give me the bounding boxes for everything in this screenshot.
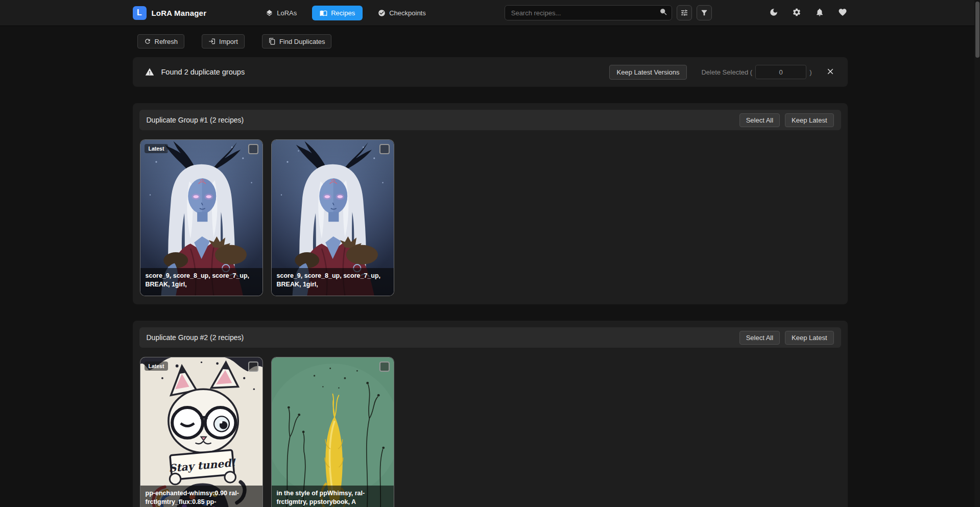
copy-icon [269,38,276,45]
group-header: Duplicate Group #1 (2 recipes) Select Al… [139,110,841,130]
refresh-label: Refresh [155,38,178,45]
search [505,5,672,20]
find-duplicates-button[interactable]: Find Duplicates [262,34,332,49]
latest-badge: Latest [145,361,169,371]
import-label: Import [219,38,238,45]
select-all-button[interactable]: Select All [739,113,780,127]
search-input[interactable] [505,5,672,20]
alert-message: Found 2 duplicate groups [161,68,245,76]
brand: L LoRA Manager [133,6,207,20]
warning-icon [145,67,154,77]
toolbar: Refresh Import Find Duplicates [133,34,848,49]
recipe-image-yellow-feather [272,357,394,507]
card-checkbox[interactable] [248,361,258,372]
card-checkbox[interactable] [379,144,390,154]
recipe-card[interactable]: in the style of ppWhimsy, ral-frctlgmtry… [271,357,394,507]
theme-toggle-button[interactable] [769,8,779,18]
bell-icon [815,8,824,17]
recipe-card[interactable]: Latest score_9, score_8_up, score_7_up, … [140,139,263,296]
recipe-caption: score_9, score_8_up, score_7_up, BREAK, … [140,268,262,296]
layers-icon [266,9,273,17]
navbar-actions [769,8,848,18]
card-checkbox[interactable] [248,144,258,154]
tab-recipes[interactable]: Recipes [312,6,363,20]
recipe-caption: score_9, score_8_up, score_7_up, BREAK, … [272,268,394,296]
search-icon [659,8,668,16]
group-actions: Select All Keep Latest [739,331,834,345]
import-icon [208,38,216,45]
keep-latest-label: Keep Latest [792,117,827,124]
book-icon [320,9,327,17]
page-scrollbar[interactable] [974,0,980,507]
recipe-image-whimsical-cat [140,357,262,507]
refresh-button[interactable]: Refresh [137,34,185,49]
scrollbar-thumb[interactable] [975,2,979,58]
search-button[interactable] [659,8,669,18]
app-title: LoRA Manager [152,9,207,17]
close-alert-button[interactable] [825,67,835,77]
tab-label: LoRAs [277,9,297,17]
top-navbar: L LoRA Manager LoRAs Recipes Checkpoints [0,0,980,26]
sort-options-button[interactable] [677,5,692,20]
recipe-caption: in the style of ppWhimsy, ral-frctlgmtry… [272,486,394,507]
duplicates-alert-banner: Found 2 duplicate groups Keep Latest Ver… [133,57,848,87]
support-button[interactable] [838,8,848,18]
delete-selected-prefix: Delete Selected ( [701,68,752,76]
select-all-label: Select All [746,117,773,124]
select-all-button[interactable]: Select All [739,331,780,345]
keep-latest-versions-button[interactable]: Keep Latest Versions [609,65,687,80]
keep-latest-button[interactable]: Keep Latest [785,331,833,345]
tab-checkpoints[interactable]: Checkpoints [376,6,428,20]
selected-count-input[interactable] [755,65,806,79]
keep-latest-label: Keep Latest [792,334,827,341]
delete-selected-suffix: ) [809,68,811,76]
group-cards: Latest score_9, score_8_up, score_7_up, … [139,139,841,296]
refresh-icon [144,38,151,45]
gear-icon [792,8,801,17]
delete-selected-button[interactable]: Delete Selected ( ) [701,65,811,79]
tab-loras[interactable]: LoRAs [264,6,299,20]
settings-button[interactable] [792,8,802,18]
import-button[interactable]: Import [202,34,245,49]
recipe-card[interactable]: Latest pp-enchanted-whimsy:0.90 ral-frct… [140,357,263,507]
tab-label: Checkpoints [389,9,426,17]
keep-latest-button[interactable]: Keep Latest [785,113,833,127]
group-title: Duplicate Group #2 (2 recipes) [147,333,244,342]
duplicate-group-2: Duplicate Group #2 (2 recipes) Select Al… [133,321,848,507]
heart-icon [838,8,847,17]
select-all-label: Select All [746,334,773,341]
recipe-caption: pp-enchanted-whimsy:0.90 ral-frctlgmtry_… [140,486,262,507]
group-title: Duplicate Group #1 (2 recipes) [147,116,244,124]
group-cards: Latest pp-enchanted-whimsy:0.90 ral-frct… [139,357,841,507]
group-actions: Select All Keep Latest [739,113,834,127]
duplicate-group-1: Duplicate Group #1 (2 recipes) Select Al… [133,103,848,304]
sliders-icon [680,9,688,17]
main-content: Refresh Import Find Duplicates Found 2 d… [133,34,848,507]
filter-button[interactable] [697,5,712,20]
recipe-card[interactable]: score_9, score_8_up, score_7_up, BREAK, … [271,139,394,296]
find-duplicates-label: Find Duplicates [279,38,325,45]
card-checkbox[interactable] [379,361,390,372]
funnel-icon [700,9,708,17]
moon-icon [769,8,778,17]
keep-latest-versions-label: Keep Latest Versions [617,69,680,76]
group-header: Duplicate Group #2 (2 recipes) Select Al… [139,327,841,348]
check-circle-icon [378,9,386,17]
latest-badge: Latest [145,144,169,153]
close-icon [826,67,835,76]
main-nav: LoRAs Recipes Checkpoints [264,6,428,20]
notifications-button[interactable] [815,8,825,18]
tab-label: Recipes [331,9,355,17]
app-logo: L [133,6,147,20]
